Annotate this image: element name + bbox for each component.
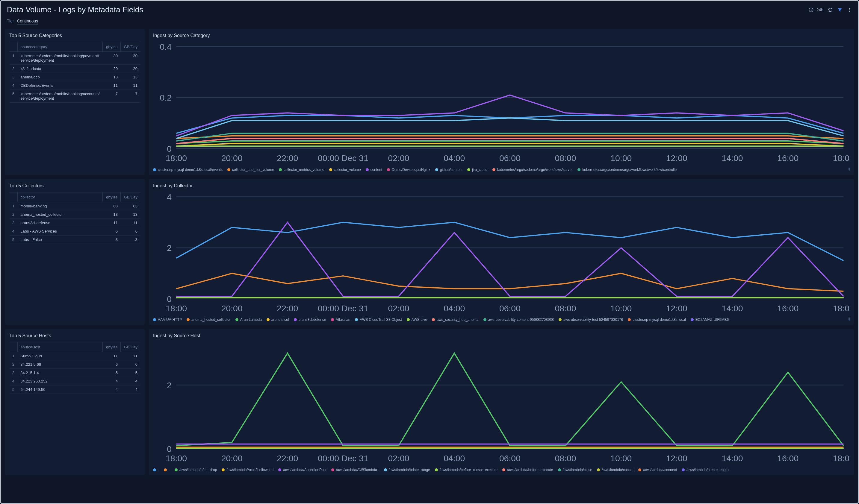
legend-item[interactable]: aruns3cbdefense xyxy=(294,317,326,322)
svg-text:2: 2 xyxy=(167,243,171,253)
legend-item[interactable]: collector_and_tier_volume xyxy=(227,168,274,172)
svg-text:0: 0 xyxy=(167,444,171,454)
table-row[interactable]: 434.223.250.25244 xyxy=(9,377,140,385)
legend-item[interactable]: /aws/lambda/AssertionPool xyxy=(278,468,327,472)
svg-text:14:00: 14:00 xyxy=(722,153,743,163)
legend-item[interactable]: anema_hosted_collector xyxy=(186,317,231,322)
legend-item[interactable]: kubernetes/argo/sedemo/argo/workflows/se… xyxy=(493,168,573,172)
page-title: Data Volume - Logs by Metadata Fields xyxy=(7,5,143,14)
svg-point-2 xyxy=(849,9,850,10)
refresh-icon[interactable] xyxy=(828,7,833,13)
legend-item[interactable]: arunotelcol xyxy=(267,317,289,322)
legend-item[interactable]: /aws/lambda/bdate_range xyxy=(384,468,430,472)
legend-item[interactable]: AWS CloudTrail S3 Object xyxy=(355,317,402,322)
legend-item[interactable]: /aws/lambda/close xyxy=(558,468,592,472)
legend-item[interactable]: Arun Lambda xyxy=(236,317,262,322)
chart-legend: --/aws/lambda/after_drop/aws/lambda/Arun… xyxy=(153,468,850,472)
svg-text:20:00: 20:00 xyxy=(221,153,243,163)
kebab-menu-icon[interactable] xyxy=(847,7,852,13)
svg-text:22:00: 22:00 xyxy=(277,453,298,463)
legend-item[interactable]: /aws/lambda/concat xyxy=(597,468,633,472)
table-row[interactable]: 1mobile-banking6363 xyxy=(9,202,140,210)
legend-item[interactable]: aws-observability-content-956882708938 xyxy=(483,317,554,322)
table-row[interactable]: 3aruns3cbdefense1111 xyxy=(9,219,140,227)
legend-scroll[interactable] xyxy=(848,317,850,320)
table-row[interactable]: 1kubernetes/sedemo/mobile/banking/paymen… xyxy=(9,52,140,65)
svg-text:18:00: 18:00 xyxy=(166,453,187,463)
svg-text:08:00: 08:00 xyxy=(555,303,576,313)
table-row[interactable]: 5Labs - Falco33 xyxy=(9,235,140,243)
svg-text:08:00: 08:00 xyxy=(555,153,576,163)
table-row[interactable]: 2anema_hosted_collector1313 xyxy=(9,210,140,219)
table-row[interactable]: 3anema/gcp1313 xyxy=(9,73,140,81)
tier-filter-value[interactable]: Continuous xyxy=(17,18,38,25)
legend-item[interactable]: github/content xyxy=(435,168,463,172)
legend-item[interactable]: /aws/lambda/connect xyxy=(638,468,677,472)
legend-item[interactable]: Atlassian xyxy=(331,317,350,322)
table-row[interactable]: 5kubernetes/sedemo/mobile/banking/accoun… xyxy=(9,90,140,103)
legend-item[interactable]: /aws/lambda/create_engine xyxy=(682,468,730,472)
panel-top-collectors: Top 5 Collectors collectorgbytesGB/Day1m… xyxy=(5,179,145,325)
legend-item[interactable]: collector_metrics_volume xyxy=(279,168,324,172)
top-source-categories-table: sourcecategorygbytesGB/Day1kubernetes/se… xyxy=(9,42,140,103)
svg-text:12:00: 12:00 xyxy=(666,153,688,163)
svg-text:14:00: 14:00 xyxy=(722,303,743,313)
svg-text:0.2: 0.2 xyxy=(160,93,172,103)
time-range-label: -24h xyxy=(815,7,823,12)
panel-title: Top 5 Source Categories xyxy=(9,33,140,38)
svg-text:18:00: 18:00 xyxy=(833,303,850,313)
chart: 0218:0020:0022:0000:00 Dec 3102:0004:000… xyxy=(153,342,850,472)
table-row[interactable]: 4CBDefense/Events1111 xyxy=(9,81,140,90)
svg-text:22:00: 22:00 xyxy=(277,303,298,313)
svg-text:06:00: 06:00 xyxy=(499,153,521,163)
chart: 02418:0020:0022:0000:00 Dec 3102:0004:00… xyxy=(153,192,850,322)
svg-text:06:00: 06:00 xyxy=(499,453,521,463)
legend-item[interactable]: /aws/lambda/AWSlambda1 xyxy=(331,468,379,472)
svg-text:18:00: 18:00 xyxy=(833,453,850,463)
legend-scroll[interactable] xyxy=(848,168,850,171)
legend-item[interactable]: jira_cloud xyxy=(467,168,487,172)
table-row[interactable]: 554.244.149.5044 xyxy=(9,385,140,394)
svg-text:20:00: 20:00 xyxy=(221,303,243,313)
top-collectors-table: collectorgbytesGB/Day1mobile-banking6363… xyxy=(9,192,140,244)
time-range-selector[interactable]: -24h xyxy=(809,7,823,13)
svg-text:18:00: 18:00 xyxy=(166,153,187,163)
legend-item[interactable]: aws-observability-test-524597330176 xyxy=(559,317,623,322)
clock-icon xyxy=(809,7,814,13)
legend-item[interactable]: - xyxy=(164,468,170,472)
panel-title: Top 5 Source Hosts xyxy=(9,333,140,338)
table-row[interactable]: 1Sumo Cloud1111 xyxy=(9,352,140,360)
svg-text:2: 2 xyxy=(167,380,171,390)
legend-item[interactable]: /aws/lambda/before_execute xyxy=(502,468,553,472)
svg-text:16:00: 16:00 xyxy=(777,453,799,463)
table-row[interactable]: 334.215.1.455 xyxy=(9,369,140,377)
legend-item[interactable]: AAA-UA-HTTP xyxy=(153,317,182,322)
table-row[interactable]: 4Labs - AWS Services66 xyxy=(9,227,140,235)
legend-item[interactable]: AWS Live xyxy=(407,317,427,322)
table-row[interactable]: 234.221.5.6666 xyxy=(9,360,140,369)
filter-icon[interactable] xyxy=(837,7,843,13)
panel-title: Top 5 Collectors xyxy=(9,183,140,189)
svg-text:20:00: 20:00 xyxy=(221,453,243,463)
legend-item[interactable]: content xyxy=(366,168,382,172)
svg-text:00:00 Dec 31: 00:00 Dec 31 xyxy=(318,453,368,463)
panel-ingest-source-category: Ingest by Source Category 00.20.418:0020… xyxy=(149,29,854,175)
legend-item[interactable]: aws_security_hub_anema xyxy=(432,317,478,322)
legend-item[interactable]: collector_volume xyxy=(329,168,361,172)
svg-text:0.4: 0.4 xyxy=(160,42,172,51)
svg-point-3 xyxy=(849,11,850,12)
legend-item[interactable]: /aws/lambda/before_cursor_execute xyxy=(435,468,497,472)
legend-item[interactable]: cluster.np-mysql-demo1.k8s.local xyxy=(628,317,685,322)
legend-item[interactable]: kubernetes/argo/sedemo/argo/workflows/wo… xyxy=(577,168,678,172)
legend-item[interactable]: EC2AMAZ-UIF5MB6 xyxy=(691,317,729,322)
legend-item[interactable]: /aws/lambda/Arun2helloworld xyxy=(222,468,273,472)
legend-item[interactable]: /aws/lambda/after_drop xyxy=(175,468,217,472)
table-row[interactable]: 2k8s/suricata2020 xyxy=(9,65,140,73)
legend-item[interactable]: Demo/Devsecops/Nginx xyxy=(387,168,431,172)
legend-item[interactable]: cluster.np-mysql-demo1.k8s.local/events xyxy=(153,168,223,172)
legend-item[interactable]: - xyxy=(153,468,159,472)
svg-text:0: 0 xyxy=(167,144,171,154)
svg-text:16:00: 16:00 xyxy=(777,153,799,163)
page-header: Data Volume - Logs by Metadata Fields -2… xyxy=(1,1,858,17)
svg-text:22:00: 22:00 xyxy=(277,153,298,163)
